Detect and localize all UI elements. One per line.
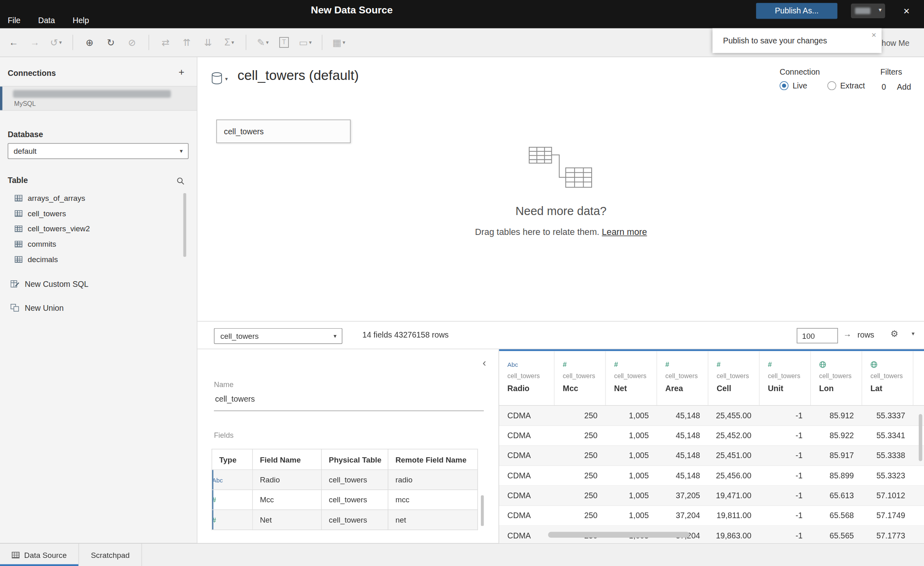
menu-data[interactable]: Data <box>38 16 55 25</box>
globe-icon <box>819 361 862 369</box>
name-value-field[interactable]: cell_towers <box>215 395 255 404</box>
fit-icon[interactable]: ▭▾ <box>296 33 314 52</box>
grid-cell: CDMA <box>499 526 555 543</box>
type-cell: Abc <box>212 470 252 490</box>
text-table-icon-glyph: T <box>279 37 289 47</box>
grid-column-header-radio[interactable]: Abccell_towersRadio <box>499 351 555 405</box>
grid-cell: 57.1012 <box>862 486 913 506</box>
swap-rows-columns-icon[interactable]: ⇄ <box>157 33 174 52</box>
table-node-cell-towers[interactable]: cell_towers <box>216 120 351 143</box>
drag-hint-label: Drag tables here to relate them. <box>475 227 599 237</box>
grid-column-table-label: cell_towers <box>768 372 810 379</box>
grid-cell: 25,451.00 <box>709 446 760 465</box>
grid-vertical-scrollbar[interactable] <box>919 414 922 461</box>
field-name-cell: Radio <box>252 470 321 490</box>
grid-cell: CDMA <box>499 446 555 465</box>
caret-down-icon: ▾ <box>180 148 183 154</box>
connection-item[interactable]: MySQL <box>0 86 197 111</box>
text-table-icon[interactable]: T <box>275 33 293 52</box>
grid-cell: 19,863.00 <box>709 526 760 543</box>
extract-radio[interactable]: Extract <box>827 81 865 90</box>
table-list-scrollbar[interactable] <box>183 193 186 257</box>
grid-column-header-area[interactable]: #cell_towersArea <box>657 351 708 405</box>
grid-column-header-net[interactable]: #cell_towersNet <box>606 351 657 405</box>
grid-cell: 250 <box>555 506 606 525</box>
grid-header-row: Abccell_towersRadio#cell_towersMcc#cell_… <box>499 351 924 406</box>
grid-column-name: Radio <box>507 384 554 393</box>
grid-cell: 1,005 <box>606 406 657 425</box>
totals-icon[interactable]: Σ▾ <box>220 33 238 52</box>
new-union-button[interactable]: New Union <box>0 301 197 315</box>
menu-file[interactable]: File <box>8 16 21 25</box>
new-custom-sql-button[interactable]: New Custom SQL <box>0 277 197 291</box>
fields-row-radio[interactable]: AbcRadiocell_towersradio <box>212 470 478 490</box>
grid-column-table-label: cell_towers <box>819 372 862 379</box>
grid-column-header-mcc[interactable]: #cell_towersMcc <box>555 351 606 405</box>
sidebar-table-item-arrays_of_arrays[interactable]: arrays_of_arrays <box>0 190 197 206</box>
fields-label: Fields <box>214 431 233 439</box>
sidebar-table-item-cell_towers[interactable]: cell_towers <box>0 206 197 221</box>
new-data-source-icon[interactable]: ⊕ <box>81 33 99 52</box>
search-icon[interactable] <box>177 177 185 185</box>
grid-column-header-unit[interactable]: #cell_towersUnit <box>760 351 811 405</box>
grid-column-header-cell[interactable]: #cell_towersCell <box>709 351 760 405</box>
sidebar-table-item-decimals[interactable]: decimals <box>0 252 197 267</box>
string-type-icon: Abc <box>507 361 554 369</box>
menu-help[interactable]: Help <box>73 16 89 25</box>
chevron-down-icon[interactable]: ▾ <box>912 330 915 337</box>
toolbar-divider <box>246 35 246 50</box>
physical-table-cell: cell_towers <box>321 470 388 490</box>
grid-column-header-lon[interactable]: cell_towersLon <box>811 351 862 405</box>
filters-add-link[interactable]: Add <box>897 82 911 91</box>
row-limit-input[interactable] <box>797 328 838 344</box>
redo-icon[interactable]: → <box>26 33 44 52</box>
drag-hint-text: Drag tables here to relate them. Learn m… <box>414 227 708 237</box>
table-header: Table <box>8 176 28 185</box>
table-label: arrays_of_arrays <box>28 194 85 202</box>
tab-data-source[interactable]: Data Source <box>0 544 79 566</box>
table-selector-dropdown[interactable]: cell_towers ▾ <box>214 328 342 344</box>
database-select[interactable]: default ▾ <box>8 143 189 159</box>
datasource-grid-icon <box>12 551 19 558</box>
learn-more-link[interactable]: Learn more <box>602 227 647 237</box>
fields-row-mcc[interactable]: #Mcccell_towersmcc <box>212 490 478 510</box>
collapse-panel-icon[interactable]: ‹ <box>482 357 486 368</box>
grid-horizontal-scrollbar[interactable] <box>548 532 690 538</box>
show-cards-icon[interactable]: ▦▾ <box>330 33 348 52</box>
table-icon <box>15 256 22 263</box>
highlight-icon[interactable]: ✎▾ <box>254 33 272 52</box>
grid-column-table-label: cell_towers <box>666 372 708 379</box>
replay-icon[interactable]: ↺▾ <box>47 33 65 52</box>
publish-as-button[interactable]: Publish As... <box>756 3 837 19</box>
sort-ascending-icon[interactable]: ⇈ <box>178 33 196 52</box>
add-connection-icon[interactable]: + <box>179 67 184 77</box>
sidebar-table-item-cell_towers_view2[interactable]: cell_towers_view2 <box>0 221 197 236</box>
close-window-button[interactable]: × <box>903 6 909 17</box>
refresh-data-source-icon[interactable]: ↻ <box>102 33 120 52</box>
connection-type-label: MySQL <box>14 100 36 107</box>
sheet-tabs-bar: Data SourceScratchpad <box>0 543 924 566</box>
sidebar-table-item-commits[interactable]: commits <box>0 236 197 252</box>
grid-column-header-lat[interactable]: cell_towersLat <box>862 351 913 405</box>
grid-column-table-label: cell_towers <box>717 372 759 379</box>
gear-icon[interactable]: ⚙ <box>890 329 898 339</box>
cancel-update-icon-glyph: ⊘ <box>128 37 136 48</box>
name-underline <box>214 411 484 411</box>
account-name-redacted <box>855 8 870 14</box>
tooltip-close-icon[interactable]: × <box>872 30 877 39</box>
grid-cell: CDMA <box>499 466 555 485</box>
fields-table-scrollbar[interactable] <box>481 495 484 526</box>
tab-scratchpad[interactable]: Scratchpad <box>79 544 142 566</box>
live-radio[interactable]: Live <box>780 81 807 90</box>
number-type-icon: # <box>212 516 216 524</box>
data-preview-grid: Abccell_towersRadio#cell_towersMcc#cell_… <box>499 349 924 543</box>
grid-row: CDMA2501,00545,14825,451.00-185.91755.33… <box>499 446 924 466</box>
replay-icon-glyph: ↺ <box>50 37 58 48</box>
undo-icon[interactable]: ← <box>5 33 23 52</box>
sort-descending-icon[interactable]: ⇊ <box>199 33 217 52</box>
fields-row-net[interactable]: #Netcell_towersnet <box>212 510 478 529</box>
account-dropdown[interactable]: ▾ <box>851 4 885 18</box>
cancel-update-icon[interactable]: ⊘ <box>123 33 141 52</box>
caret-down-icon[interactable]: ▾ <box>225 76 228 82</box>
apply-row-limit-icon[interactable]: → <box>843 329 851 338</box>
